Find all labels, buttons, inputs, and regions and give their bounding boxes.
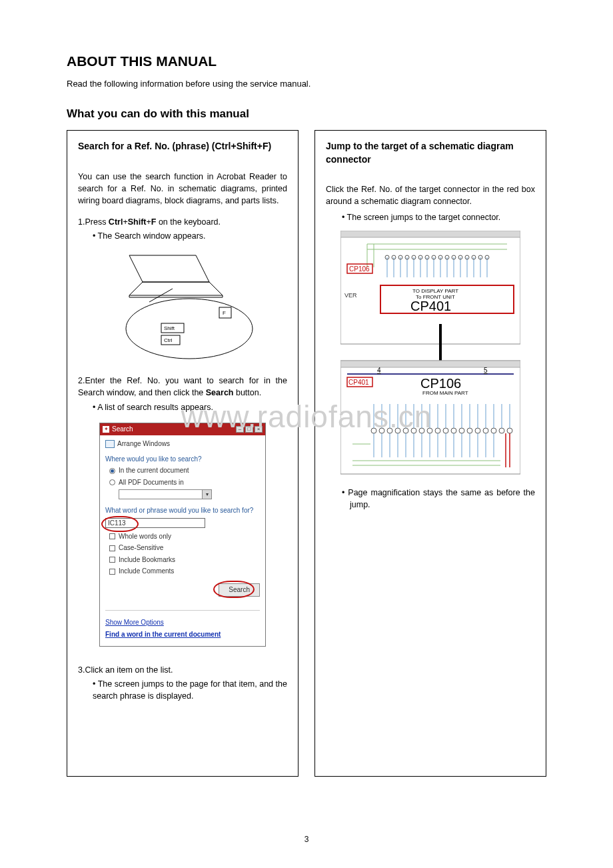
cp401-big: CP401 (410, 299, 451, 313)
to-display-label: TO DISPLAY PART (412, 288, 458, 294)
radio-icon (109, 479, 115, 485)
checkbox-icon (109, 533, 115, 539)
step1-plus2: + (146, 217, 151, 227)
show-more-link[interactable]: Show More Options (105, 618, 260, 628)
svg-point-3 (126, 299, 253, 359)
step1-suffix: on the keyboard. (156, 217, 221, 227)
ver-label: VER (344, 292, 357, 299)
step1-prefix: 1.Press (78, 217, 109, 227)
checkbox-icon (109, 545, 115, 551)
right-b1: • The screen jumps to the target connect… (342, 211, 535, 223)
radio-current[interactable]: In the current document (109, 466, 260, 476)
from-main-label: FROM MAIN PART (422, 390, 468, 396)
cp401-label: CP401 (348, 379, 369, 386)
page-title: ABOUT THIS MANUAL (67, 53, 546, 69)
svg-rect-8 (340, 231, 520, 237)
radio-current-label: In the current document (119, 466, 189, 476)
cp106-label: CP106 (349, 265, 370, 273)
step1-plus1: + (123, 217, 127, 227)
chevron-down-icon: ▾ (202, 490, 211, 499)
search-title: Search (112, 425, 133, 435)
where-label: Where would you like to search? (105, 455, 260, 465)
step2-suffix: button. (233, 388, 261, 397)
step1-key1: Ctrl (109, 217, 123, 227)
step1-key2: Shift (128, 217, 147, 227)
maximize-icon[interactable]: □ (245, 426, 253, 433)
key-ctrl-label: Ctrl (164, 337, 173, 343)
pdf-icon: ✦ (103, 426, 109, 433)
cp106-big: CP106 (420, 376, 461, 391)
search-button-wrap: Search (105, 583, 260, 597)
arrange-icon (105, 440, 115, 448)
checkbox-icon (109, 557, 115, 563)
arrange-label: Arrange Windows (117, 439, 170, 449)
left-heading: Search for a Ref. No. (phrase) (Ctrl+Shi… (67, 131, 298, 159)
step1-sub: • The Search window appears. (93, 230, 287, 242)
close-icon[interactable]: × (255, 426, 263, 433)
n5-label: 5 (484, 367, 488, 374)
left-box: Search for a Ref. No. (phrase) (Ctrl+Shi… (67, 130, 299, 777)
what-label: What word or phrase would you like to se… (105, 506, 260, 516)
schematic-illustration: CP106 VER TO DISPLAY PART To FRONT UNIT … (340, 231, 520, 477)
check-case-label: Case-Sensitive (119, 543, 163, 553)
search-button[interactable]: Search (219, 583, 260, 597)
arrange-windows[interactable]: Arrange Windows (105, 439, 260, 449)
step2-bold: Search (206, 388, 234, 397)
right-b2: • Page magnification stays the same as b… (342, 487, 535, 511)
key-shift-label: Shift (164, 325, 175, 331)
laptop-illustration: F Shift Ctrl (78, 249, 287, 365)
check-whole[interactable]: Whole words only (109, 532, 260, 542)
n4-label: 4 (377, 367, 381, 374)
step3-sub: • The screen jumps to the page for that … (93, 678, 287, 702)
find-word-link[interactable]: Find a word in the current document (105, 630, 260, 640)
check-comments[interactable]: Include Comments (109, 567, 260, 577)
search-input[interactable]: IC113 (105, 518, 205, 528)
step2: 2.Enter the Ref. No. you want to search … (78, 375, 287, 399)
search-titlebar: ✦ Search – □ × (100, 423, 265, 436)
svg-rect-50 (340, 361, 520, 367)
intro-text: Read the following information before us… (67, 79, 546, 89)
step1: 1.Press Ctrl+Shift+F on the keyboard. (78, 216, 287, 228)
laptop-icon: F Shift Ctrl (109, 249, 256, 362)
search-window: ✦ Search – □ × Arrange Windows Where wou… (99, 423, 266, 647)
page-number: 3 (0, 835, 613, 844)
key-f-label: F (223, 310, 226, 316)
checkbox-icon (109, 569, 115, 575)
right-box: Jump to the target of a schematic diagra… (314, 130, 546, 777)
section-heading: What you can do with this manual (67, 107, 546, 121)
check-bookmarks-label: Include Bookmarks (119, 555, 175, 565)
folder-select[interactable]: ▾ (119, 489, 212, 499)
check-whole-label: Whole words only (119, 532, 171, 542)
check-bookmarks[interactable]: Include Bookmarks (109, 555, 260, 565)
step2-sub: • A list of search results appears. (93, 401, 287, 413)
search-input-highlight: IC113 (105, 518, 260, 528)
radio-all-label: All PDF Documents in (119, 478, 184, 488)
left-p1: You can use the search function in Acrob… (78, 171, 287, 207)
right-heading: Jump to the target of a schematic diagra… (315, 131, 546, 171)
check-comments-label: Include Comments (119, 567, 174, 577)
right-p1: Click the Ref. No. of the target connect… (326, 183, 535, 207)
radio-icon (109, 468, 115, 474)
check-case[interactable]: Case-Sensitive (109, 543, 260, 553)
step3: 3.Click an item on the list. (78, 664, 287, 676)
minimize-icon[interactable]: – (236, 426, 244, 433)
radio-all[interactable]: All PDF Documents in (109, 478, 260, 488)
